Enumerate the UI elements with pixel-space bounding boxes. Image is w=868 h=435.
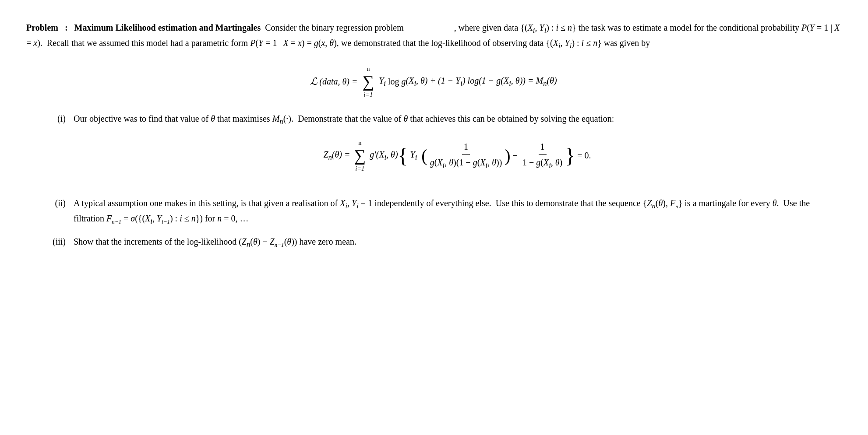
problem-title: Problem : Maximum Likelihood estimation …	[26, 23, 261, 32]
part-i-text: Our objective was to find that value of …	[74, 112, 841, 127]
part-ii-text: A typical assumption one makes in this s…	[74, 196, 841, 227]
part-i-item: (i) Our objective was to find that value…	[26, 112, 841, 184]
part-i-label: (i)	[47, 112, 74, 126]
problem-intro-paragraph: Problem : Maximum Likelihood estimation …	[26, 21, 841, 52]
part-ii-item: (ii) A typical assumption one makes in t…	[26, 196, 841, 227]
problem-container: Problem : Maximum Likelihood estimation …	[26, 21, 841, 250]
main-equation: ℒ(data, θ) = n ∑ i=1 Yi log g(Xi, θ) + (…	[26, 64, 841, 100]
part-iii-label: (iii)	[47, 235, 74, 249]
part-ii-content: A typical assumption one makes in this s…	[74, 196, 841, 227]
part-i-equation: Zn(θ) = n ∑ i=1 g′(Xi, θ) { Yi (	[74, 138, 841, 174]
part-iii-text: Show that the increments of the log-like…	[74, 235, 841, 250]
part-i-content: Our objective was to find that value of …	[74, 112, 841, 184]
part-iii-item: (iii) Show that the increments of the lo…	[26, 235, 841, 250]
part-iii-content: Show that the increments of the log-like…	[74, 235, 841, 250]
part-ii-label: (ii)	[47, 196, 74, 210]
parts-list: (i) Our objective was to find that value…	[26, 112, 841, 250]
